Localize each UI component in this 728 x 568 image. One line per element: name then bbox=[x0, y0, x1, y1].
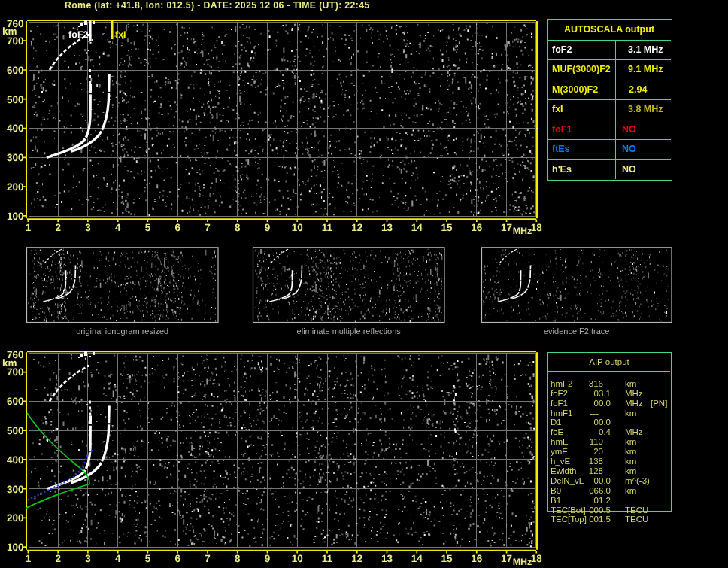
svg-text:12: 12 bbox=[351, 553, 362, 564]
svg-text:6: 6 bbox=[174, 222, 180, 233]
svg-text:11: 11 bbox=[322, 222, 333, 233]
svg-text:15: 15 bbox=[441, 222, 453, 233]
svg-text:4: 4 bbox=[115, 222, 121, 233]
svg-text:200: 200 bbox=[7, 512, 24, 524]
svg-text:13: 13 bbox=[381, 222, 393, 233]
svg-text:600: 600 bbox=[7, 65, 24, 76]
svg-text:18: 18 bbox=[531, 553, 543, 564]
svg-text:7: 7 bbox=[205, 553, 211, 564]
svg-text:9: 9 bbox=[265, 222, 271, 233]
svg-text:17: 17 bbox=[501, 222, 512, 233]
svg-text:1: 1 bbox=[26, 553, 32, 564]
svg-text:3: 3 bbox=[85, 222, 91, 233]
svg-text:2: 2 bbox=[55, 553, 61, 564]
svg-text:600: 600 bbox=[7, 396, 24, 407]
svg-text:fxI: fxI bbox=[115, 29, 126, 40]
svg-text:5: 5 bbox=[145, 222, 151, 233]
svg-text:400: 400 bbox=[7, 454, 24, 466]
svg-text:foF2: foF2 bbox=[68, 29, 88, 40]
svg-text:10: 10 bbox=[292, 222, 303, 233]
svg-text:km: km bbox=[2, 26, 17, 37]
svg-text:17: 17 bbox=[501, 553, 512, 564]
svg-text:500: 500 bbox=[7, 94, 24, 105]
svg-text:300: 300 bbox=[7, 152, 24, 163]
svg-text:100: 100 bbox=[7, 542, 24, 553]
svg-text:14: 14 bbox=[411, 553, 423, 564]
svg-text:1: 1 bbox=[26, 222, 32, 233]
svg-text:6: 6 bbox=[174, 553, 180, 564]
svg-text:200: 200 bbox=[7, 181, 24, 193]
svg-text:18: 18 bbox=[531, 222, 543, 233]
svg-text:16: 16 bbox=[471, 222, 483, 233]
svg-text:9: 9 bbox=[265, 553, 271, 564]
svg-text:12: 12 bbox=[351, 222, 362, 233]
svg-text:8: 8 bbox=[235, 222, 241, 233]
svg-text:100: 100 bbox=[7, 211, 24, 222]
svg-text:14: 14 bbox=[411, 222, 423, 233]
svg-text:7: 7 bbox=[205, 222, 211, 233]
svg-text:500: 500 bbox=[7, 425, 24, 436]
svg-text:km: km bbox=[2, 357, 17, 369]
svg-text:8: 8 bbox=[235, 553, 241, 564]
svg-text:13: 13 bbox=[381, 553, 393, 564]
svg-text:MHz: MHz bbox=[513, 557, 532, 567]
svg-text:300: 300 bbox=[7, 484, 24, 495]
svg-text:5: 5 bbox=[145, 553, 151, 564]
svg-text:16: 16 bbox=[471, 553, 483, 564]
svg-text:MHz: MHz bbox=[513, 226, 532, 236]
svg-text:4: 4 bbox=[115, 553, 121, 564]
svg-text:2: 2 bbox=[55, 222, 61, 233]
svg-text:3: 3 bbox=[85, 553, 91, 564]
svg-text:11: 11 bbox=[322, 553, 333, 564]
svg-text:15: 15 bbox=[441, 553, 453, 564]
svg-text:10: 10 bbox=[292, 553, 303, 564]
svg-text:400: 400 bbox=[7, 123, 24, 134]
